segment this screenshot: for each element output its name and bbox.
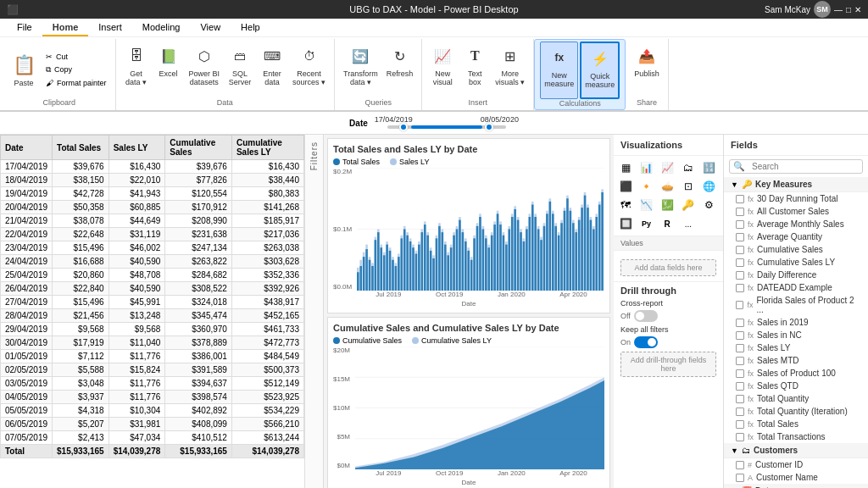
viz-matrix[interactable]: ⬛ bbox=[617, 178, 634, 195]
new-measure-btn[interactable]: fx Newmeasure bbox=[540, 42, 578, 99]
field-type-icon: fx bbox=[748, 319, 754, 327]
field-item[interactable]: fxSales in NC bbox=[724, 329, 868, 341]
viz-area-chart[interactable]: 🗂 bbox=[680, 159, 697, 176]
field-item[interactable]: fxCumulative Sales bbox=[724, 243, 868, 256]
date-slider-thumb-left[interactable] bbox=[399, 123, 408, 131]
transform-data-btn[interactable]: 🔄 Transformdata ▾ bbox=[340, 41, 381, 98]
add-values-field[interactable]: Add data fields here bbox=[620, 259, 716, 276]
field-item[interactable]: ACustomer Name bbox=[724, 471, 868, 484]
field-type-icon: fx bbox=[748, 208, 754, 216]
field-item[interactable]: fxDaily Difference bbox=[724, 269, 868, 281]
text-box-btn[interactable]: T Textbox bbox=[459, 41, 490, 98]
field-item[interactable]: fxSales in 2019 bbox=[724, 316, 868, 329]
field-item[interactable]: fxAverage Quantity bbox=[724, 230, 868, 243]
field-item[interactable]: fxTotal Quantity (Iteration) bbox=[724, 405, 868, 418]
viz-gauge[interactable]: 💹 bbox=[659, 197, 676, 214]
menu-help[interactable]: Help bbox=[231, 19, 270, 36]
svg-rect-159 bbox=[564, 211, 566, 291]
col-cumulative-sales: Cumulative Sales bbox=[165, 136, 232, 160]
field-item[interactable]: fxAll Customer Sales bbox=[724, 205, 868, 218]
publish-btn[interactable]: 📤 Publish bbox=[631, 41, 663, 98]
refresh-btn[interactable]: ↻ Refresh bbox=[383, 41, 417, 98]
viz-shape[interactable]: 🔲 bbox=[617, 215, 634, 232]
viz-line-chart[interactable]: 📈 bbox=[659, 159, 676, 176]
quick-measure-btn[interactable]: ⚡ Quickmeasure bbox=[580, 42, 620, 99]
viz-python[interactable]: Py bbox=[638, 215, 655, 232]
get-data-btn[interactable]: 🗄 Getdata ▾ bbox=[121, 41, 152, 98]
viz-stacked-bar[interactable]: ▦ bbox=[617, 159, 634, 176]
viz-scatter[interactable]: 🔸 bbox=[638, 178, 655, 195]
field-item[interactable]: fxSales of Product 100 bbox=[724, 367, 868, 380]
date-filter-label: Date bbox=[349, 119, 368, 128]
powerbi-datasets-btn[interactable]: ⬡ Power BIdatasets bbox=[186, 41, 224, 98]
field-checkbox bbox=[736, 461, 744, 469]
menu-file[interactable]: File bbox=[7, 19, 42, 36]
svg-rect-110 bbox=[421, 232, 424, 291]
more-visuals-btn[interactable]: ⊞ Morevisuals ▾ bbox=[492, 41, 528, 98]
field-item[interactable]: fxDATEADD Example bbox=[724, 281, 868, 294]
fields-search-bar[interactable]: 🔍 bbox=[729, 159, 863, 174]
viz-donut[interactable]: ⊡ bbox=[680, 178, 697, 195]
viz-pie[interactable]: 🥧 bbox=[659, 178, 676, 195]
table-row: 25/04/2019$20,860$48,708$284,682$352,336 bbox=[1, 269, 304, 282]
values-section-title: Values bbox=[614, 236, 723, 251]
menu-modeling[interactable]: Modeling bbox=[132, 19, 191, 36]
copy-btn[interactable]: ⧉ Copy bbox=[42, 64, 110, 76]
menu-home[interactable]: Home bbox=[42, 19, 89, 36]
cross-report-label: Cross-report bbox=[620, 299, 663, 308]
field-item[interactable]: fxSales QTD bbox=[724, 380, 868, 392]
close-btn[interactable]: ✕ bbox=[854, 5, 861, 14]
cross-report-toggle[interactable] bbox=[634, 310, 658, 322]
viz-more[interactable]: ... bbox=[680, 215, 697, 232]
viz-map[interactable]: 🗺 bbox=[617, 197, 634, 214]
sql-server-btn[interactable]: 🗃 SQLServer bbox=[225, 41, 255, 98]
viz-slicer[interactable]: ⚙ bbox=[700, 197, 717, 214]
date-slider-track[interactable] bbox=[387, 125, 506, 129]
viz-funnel[interactable]: 📉 bbox=[638, 197, 655, 214]
field-item[interactable]: fxSales LY bbox=[724, 341, 868, 354]
field-item[interactable]: fxTotal Sales bbox=[724, 418, 868, 430]
chart2-legend-label-cumulative: Cumulative Sales bbox=[342, 336, 402, 345]
enter-data-btn[interactable]: ⌨ Enterdata bbox=[257, 41, 287, 98]
format-painter-btn[interactable]: 🖌 Format painter bbox=[42, 77, 110, 89]
viz-globe[interactable]: 🌐 bbox=[700, 178, 717, 195]
viz-icons-grid: ▦ 📊 📈 🗂 🔢 ⬛ 🔸 🥧 ⊡ 🌐 🗺 📉 💹 🔑 ⚙ 🔲 Py R ... bbox=[614, 156, 723, 236]
viz-card[interactable]: 🔑 bbox=[680, 197, 697, 214]
field-item[interactable]: fxFlorida Sales of Product 2 ... bbox=[724, 294, 868, 316]
fields-section-header-customers[interactable]: ▼ 🗂 Customers bbox=[724, 443, 868, 458]
date-slider-thumb-right[interactable] bbox=[485, 123, 493, 131]
fields-scroll[interactable]: ▼ 🔑 Key Measures fx30 Day Running Totalf… bbox=[724, 177, 868, 488]
chart1-legend-label-ly: Sales LY bbox=[399, 158, 429, 166]
field-item[interactable]: fxTotal Quantity bbox=[724, 392, 868, 405]
new-visual-btn[interactable]: 📈 Newvisual bbox=[427, 41, 458, 98]
viz-bar-chart[interactable]: 📊 bbox=[638, 159, 655, 176]
fields-section-header-key-measures[interactable]: ▼ 🔑 Key Measures bbox=[724, 177, 868, 192]
svg-rect-149 bbox=[535, 217, 537, 291]
viz-table[interactable]: 🔢 bbox=[700, 159, 717, 176]
svg-rect-108 bbox=[415, 254, 418, 291]
add-drill-field[interactable]: Add drill-through fields here bbox=[620, 352, 716, 377]
fields-search-input[interactable] bbox=[748, 160, 863, 173]
field-item[interactable]: fx30 Day Running Total bbox=[724, 192, 868, 205]
field-item[interactable]: #Customer ID bbox=[724, 458, 868, 471]
svg-rect-131 bbox=[482, 230, 485, 291]
window-controls-left: ⬛ bbox=[7, 4, 19, 15]
recent-sources-btn[interactable]: ⏱ Recentsources ▾ bbox=[289, 41, 329, 98]
maximize-btn[interactable]: □ bbox=[846, 5, 851, 14]
keep-all-filters-toggle[interactable] bbox=[634, 336, 658, 348]
paste-btn[interactable]: 📋 Paste bbox=[8, 50, 39, 89]
field-item[interactable]: fxSales MTD bbox=[724, 354, 868, 367]
field-item[interactable]: fxCumulative Sales LY bbox=[724, 256, 868, 269]
field-item[interactable]: fxTotal Transactions bbox=[724, 430, 868, 443]
table-scroll[interactable]: Date Total Sales Sales LY Cumulative Sal… bbox=[0, 135, 304, 488]
minimize-btn[interactable]: — bbox=[834, 5, 843, 14]
cut-btn[interactable]: ✂ Cut bbox=[42, 51, 110, 63]
excel-btn[interactable]: 📗 Excel bbox=[153, 41, 184, 98]
menu-view[interactable]: View bbox=[190, 19, 231, 36]
table-row: 01/05/2019$7,112$11,776$386,001$484,549 bbox=[1, 350, 304, 363]
menu-insert[interactable]: Insert bbox=[88, 19, 132, 36]
field-item[interactable]: fxAverage Monthly Sales bbox=[724, 218, 868, 230]
field-type-icon: fx bbox=[748, 357, 754, 365]
viz-r[interactable]: R bbox=[659, 215, 676, 232]
fields-section-header-dates[interactable]: ▼ 📅 Dates bbox=[724, 484, 868, 488]
